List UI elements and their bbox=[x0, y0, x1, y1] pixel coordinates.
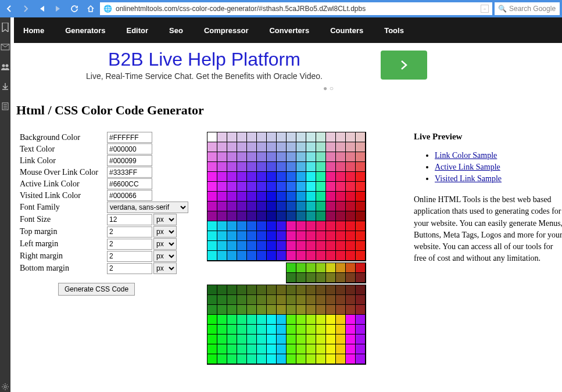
color-swatch[interactable] bbox=[296, 344, 306, 354]
rss-icon[interactable]: ▫ bbox=[481, 5, 489, 13]
color-swatch[interactable] bbox=[356, 354, 366, 364]
color-swatch[interactable] bbox=[257, 211, 267, 221]
link-sample[interactable]: Link Color Sample bbox=[435, 151, 497, 160]
color-swatch[interactable] bbox=[267, 192, 277, 202]
color-swatch[interactable] bbox=[316, 172, 326, 182]
size-input[interactable] bbox=[107, 263, 152, 274]
color-swatch[interactable] bbox=[257, 182, 267, 192]
color-swatch[interactable] bbox=[336, 202, 346, 211]
color-swatch[interactable] bbox=[336, 152, 346, 162]
color-swatch[interactable] bbox=[277, 251, 287, 261]
color-swatch[interactable] bbox=[356, 263, 366, 273]
color-swatch[interactable] bbox=[296, 132, 306, 142]
color-swatch[interactable] bbox=[296, 273, 306, 283]
color-swatch[interactable] bbox=[247, 325, 257, 335]
color-swatch[interactable] bbox=[287, 172, 296, 182]
color-swatch[interactable] bbox=[296, 285, 306, 295]
color-swatch[interactable] bbox=[227, 142, 237, 152]
color-swatch[interactable] bbox=[237, 202, 247, 211]
color-swatch[interactable] bbox=[326, 295, 336, 305]
color-swatch[interactable] bbox=[207, 335, 217, 344]
color-swatch[interactable] bbox=[306, 305, 316, 315]
color-swatch[interactable] bbox=[227, 315, 237, 325]
color-swatch[interactable] bbox=[356, 241, 366, 251]
color-swatch[interactable] bbox=[227, 211, 237, 221]
color-swatch[interactable] bbox=[247, 305, 257, 315]
color-swatch[interactable] bbox=[277, 315, 287, 325]
color-swatch[interactable] bbox=[207, 202, 217, 211]
color-swatch[interactable] bbox=[207, 221, 217, 231]
color-swatch[interactable] bbox=[326, 241, 336, 251]
size-input[interactable] bbox=[107, 226, 152, 238]
color-swatch[interactable] bbox=[336, 251, 346, 261]
color-swatch[interactable] bbox=[227, 192, 237, 202]
color-swatch[interactable] bbox=[306, 202, 316, 211]
color-swatch[interactable] bbox=[207, 172, 217, 182]
color-swatch[interactable] bbox=[356, 273, 366, 283]
color-swatch[interactable] bbox=[267, 285, 277, 295]
color-swatch[interactable] bbox=[306, 241, 316, 251]
color-swatch[interactable] bbox=[356, 162, 366, 172]
color-swatch[interactable] bbox=[336, 325, 346, 335]
color-swatch[interactable] bbox=[356, 182, 366, 192]
color-swatch[interactable] bbox=[316, 354, 326, 364]
color-swatch[interactable] bbox=[296, 162, 306, 172]
color-swatch[interactable] bbox=[336, 354, 346, 364]
color-swatch[interactable] bbox=[336, 162, 346, 172]
color-swatch[interactable] bbox=[316, 192, 326, 202]
color-swatch[interactable] bbox=[217, 344, 227, 354]
nav-generators[interactable]: Generators bbox=[65, 26, 105, 35]
color-swatch[interactable] bbox=[316, 263, 326, 273]
color-swatch[interactable] bbox=[316, 132, 326, 142]
color-swatch[interactable] bbox=[277, 354, 287, 364]
color-swatch[interactable] bbox=[356, 231, 366, 241]
color-swatch[interactable] bbox=[326, 192, 336, 202]
color-swatch[interactable] bbox=[247, 231, 257, 241]
color-swatch[interactable] bbox=[316, 202, 326, 211]
color-swatch[interactable] bbox=[346, 344, 356, 354]
color-swatch[interactable] bbox=[346, 335, 356, 344]
color-swatch[interactable] bbox=[306, 315, 316, 325]
color-swatch[interactable] bbox=[237, 152, 247, 162]
color-swatch[interactable] bbox=[326, 182, 336, 192]
color-swatch[interactable] bbox=[346, 162, 356, 172]
color-swatch[interactable] bbox=[227, 295, 237, 305]
color-swatch[interactable] bbox=[296, 182, 306, 192]
color-swatch[interactable] bbox=[316, 251, 326, 261]
color-swatch[interactable] bbox=[287, 354, 296, 364]
color-swatch[interactable] bbox=[336, 142, 346, 152]
color-swatch[interactable] bbox=[326, 231, 336, 241]
color-swatch[interactable] bbox=[217, 305, 227, 315]
color-swatch[interactable] bbox=[356, 211, 366, 221]
color-swatch[interactable] bbox=[346, 263, 356, 273]
color-swatch[interactable] bbox=[227, 241, 237, 251]
color-swatch[interactable] bbox=[326, 211, 336, 221]
search-box[interactable]: 🔍 Search Google bbox=[495, 2, 560, 15]
color-swatch[interactable] bbox=[227, 305, 237, 315]
color-swatch[interactable] bbox=[217, 285, 227, 295]
color-swatch[interactable] bbox=[237, 231, 247, 241]
color-swatch[interactable] bbox=[356, 305, 366, 315]
color-swatch[interactable] bbox=[277, 344, 287, 354]
color-swatch[interactable] bbox=[227, 162, 237, 172]
color-swatch[interactable] bbox=[287, 315, 296, 325]
color-swatch[interactable] bbox=[257, 354, 267, 364]
color-swatch[interactable] bbox=[316, 221, 326, 231]
color-swatch[interactable] bbox=[336, 344, 346, 354]
color-swatch[interactable] bbox=[267, 211, 277, 221]
color-swatch[interactable] bbox=[207, 162, 217, 172]
color-input[interactable] bbox=[107, 132, 152, 143]
unit-select[interactable]: px bbox=[153, 250, 177, 262]
color-swatch[interactable] bbox=[227, 152, 237, 162]
color-swatch[interactable] bbox=[306, 263, 316, 273]
color-swatch[interactable] bbox=[287, 142, 296, 152]
color-swatch[interactable] bbox=[326, 142, 336, 152]
color-swatch[interactable] bbox=[227, 132, 237, 142]
color-swatch[interactable] bbox=[257, 315, 267, 325]
color-swatch[interactable] bbox=[287, 263, 296, 273]
color-swatch[interactable] bbox=[267, 325, 277, 335]
color-swatch[interactable] bbox=[316, 211, 326, 221]
color-swatch[interactable] bbox=[346, 221, 356, 231]
color-swatch[interactable] bbox=[306, 354, 316, 364]
color-swatch[interactable] bbox=[247, 142, 257, 152]
